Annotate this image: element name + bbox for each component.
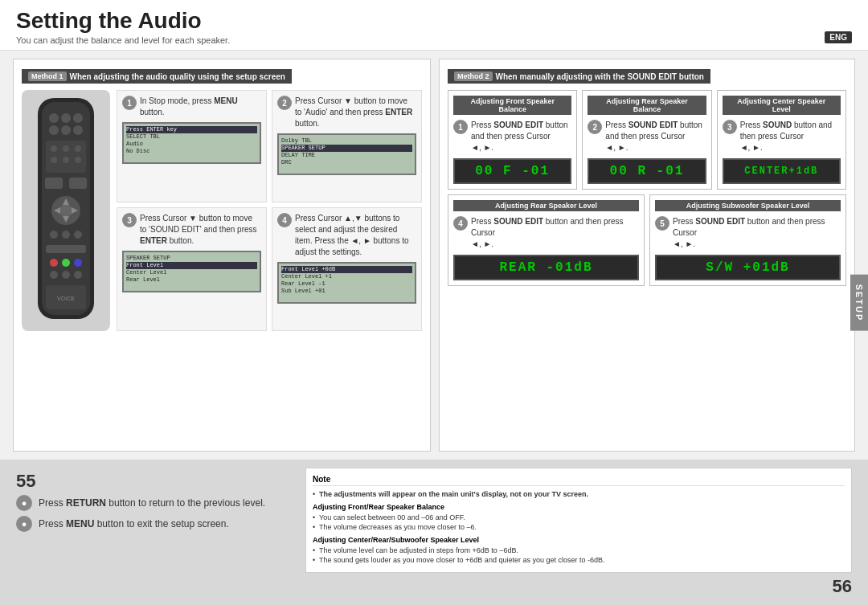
note-center-1: The volume level can be adjusted in step…: [313, 546, 845, 556]
sub-level-step: 5 Press SOUND EDIT button and then press…: [655, 216, 841, 250]
step1-num: 1: [122, 96, 137, 110]
svg-rect-16: [69, 178, 87, 189]
method1-num: Method 1: [28, 72, 67, 81]
sub-step-text: Press SOUND EDIT button and then press C…: [673, 216, 841, 250]
menu-circle: ●: [16, 516, 32, 532]
sub-level-header: Adjusting Subwoofer Speaker Level: [655, 200, 841, 211]
menu-text: Press MENU button to exit the setup scre…: [39, 518, 229, 529]
svg-point-29: [74, 259, 82, 267]
step3-box: 3 Press Cursor ▼ button to move to 'SOUN…: [117, 207, 267, 331]
svg-point-23: [50, 231, 58, 239]
note-front-rear-1: You can select between 00 and –06 and OF…: [313, 513, 845, 523]
note-center-2: The sound gets louder as you move closer…: [313, 555, 845, 566]
svg-point-24: [62, 231, 70, 239]
method1-description: When adjusting the audio quality using t…: [70, 72, 285, 81]
method1-content: VOICE 1 In Stop mode, press MENU button.: [22, 90, 422, 331]
step4-screen: Front Level +0dB Center Level +1 Rear Le…: [277, 262, 416, 304]
front-balance-step: 1 Press SOUND EDIT button and then press…: [453, 120, 571, 153]
rear-balance-section: Adjusting Rear Speaker Balance 2 Press S…: [582, 90, 711, 190]
main-content: Method 1 When adjusting the audio qualit…: [0, 51, 868, 460]
setup-tab: SETUP: [850, 274, 868, 331]
svg-point-7: [73, 125, 83, 135]
center-display: CENTER+1dB: [723, 158, 841, 184]
note-section-center: Adjusting Center/Rear/Subwoofer Speaker …: [313, 536, 845, 544]
right-section: Method 2 When manually adjusting with th…: [439, 59, 855, 452]
svg-point-32: [74, 271, 82, 279]
center-step-num: 3: [723, 120, 737, 134]
left-section: Method 1 When adjusting the audio qualit…: [13, 59, 431, 452]
rear-balance-display: 00 R -01: [588, 158, 706, 184]
rear-balance-step-text: Press SOUND EDIT button and then press C…: [605, 120, 706, 153]
step3-text: Press Cursor ▼ button to move to 'SOUND …: [140, 213, 261, 247]
front-balance-header: Adjusting Front Speaker Balance: [453, 96, 571, 115]
note-front-rear-2: The volume decreases as you move closer …: [313, 522, 845, 533]
method2-num: Method 2: [454, 72, 493, 81]
rear-level-step-text: Press SOUND EDIT button and then press C…: [471, 216, 639, 250]
svg-point-3: [61, 113, 71, 123]
front-step-num: 1: [453, 120, 468, 134]
center-step-text: Press SOUND button and then press Cursor…: [740, 120, 841, 153]
eng-badge: ENG: [825, 31, 852, 43]
return-instruction: ● Press RETURN button to return to the p…: [16, 495, 289, 511]
sub-level-section: Adjusting Subwoofer Speaker Level 5 Pres…: [649, 194, 846, 286]
rear-level-display: REAR -01dB: [453, 255, 639, 280]
step1-box: 1 In Stop mode, press MENU button. Press…: [117, 90, 267, 202]
svg-point-18: [59, 204, 72, 217]
rear-level-section: Adjusting Rear Speaker Level 4 Press SOU…: [448, 194, 645, 286]
rear-balance-header: Adjusting Rear Speaker Balance: [588, 96, 706, 115]
step1-screen: Press ENTER key SELECT TBL Audio No Disc: [122, 122, 261, 164]
rear-level-step: 4 Press SOUND EDIT button and then press…: [453, 216, 639, 250]
step1-text: In Stop mode, press MENU button.: [140, 96, 261, 118]
step2-screen: Dolby TBL SPEAKER SETUP DELAY TIME DRC: [277, 133, 416, 175]
note-section-front-rear: Adjusting Front/Rear Speaker Balance: [313, 503, 845, 511]
rear-level-step-num: 4: [453, 216, 468, 231]
page-numbers: 55: [16, 468, 289, 495]
svg-text:VOICE: VOICE: [57, 296, 75, 301]
svg-rect-15: [45, 178, 63, 189]
note-main-item: The adjustments will appear on the main …: [313, 489, 845, 500]
svg-point-25: [74, 231, 82, 239]
step3-screen: SPEAKER SETUP Front Level Center Level R…: [122, 251, 261, 292]
page-num-right: 56: [833, 576, 852, 596]
method2-top-columns: Adjusting Front Speaker Balance 1 Press …: [448, 90, 846, 190]
step4-text: Press Cursor ▲,▼ buttons to select and a…: [295, 213, 416, 258]
return-text: Press RETURN button to return to the pre…: [39, 497, 265, 509]
svg-point-31: [62, 271, 70, 279]
note-box: Note The adjustments will appear on the …: [305, 468, 852, 573]
method2-box: Method 2 When manually adjusting with th…: [439, 59, 855, 452]
front-display: 00 F -01: [453, 158, 571, 184]
step4-num: 4: [277, 213, 292, 227]
page-title: Setting the Audio: [16, 10, 230, 32]
svg-point-12: [51, 157, 57, 163]
remote-graphic: VOICE: [22, 90, 110, 331]
step4-box: 4 Press Cursor ▲,▼ buttons to select and…: [272, 207, 422, 331]
steps-grid: 1 In Stop mode, press MENU button. Press…: [117, 90, 422, 331]
svg-point-13: [63, 157, 69, 163]
bottom-right: Note The adjustments will appear on the …: [305, 468, 852, 597]
svg-rect-26: [46, 245, 86, 253]
page-num-left: 55: [16, 471, 35, 492]
return-circle: ●: [16, 495, 32, 511]
center-level-section: Adjusting Center Speaker Level 3 Press S…: [717, 90, 846, 190]
rear-balance-step-num: 2: [588, 120, 602, 134]
svg-point-11: [75, 145, 81, 152]
sub-step-num: 5: [655, 216, 669, 231]
method1-header: Method 1 When adjusting the audio qualit…: [22, 69, 292, 84]
step2-num: 2: [277, 96, 292, 110]
page-subtitle: You can adjust the balance and level for…: [16, 35, 230, 45]
step2-box: 2 Press Cursor ▼ button to move to 'Audi…: [272, 90, 422, 202]
svg-point-9: [51, 145, 57, 152]
page-header: Setting the Audio You can adjust the bal…: [0, 0, 868, 51]
method1-box: Method 1 When adjusting the audio qualit…: [13, 59, 431, 452]
menu-instruction: ● Press MENU button to exit the setup sc…: [16, 516, 289, 532]
svg-point-30: [50, 271, 58, 279]
svg-point-28: [62, 259, 70, 267]
step2-text: Press Cursor ▼ button to move to 'Audio'…: [295, 96, 416, 129]
rear-level-header: Adjusting Rear Speaker Level: [453, 200, 639, 211]
bottom-section: 55 ● Press RETURN button to return to th…: [0, 460, 868, 605]
step3-num: 3: [122, 213, 137, 227]
svg-point-5: [49, 125, 59, 135]
center-level-header: Adjusting Center Speaker Level: [723, 96, 841, 115]
bottom-left: 55 ● Press RETURN button to return to th…: [16, 468, 289, 597]
svg-point-10: [63, 145, 69, 152]
